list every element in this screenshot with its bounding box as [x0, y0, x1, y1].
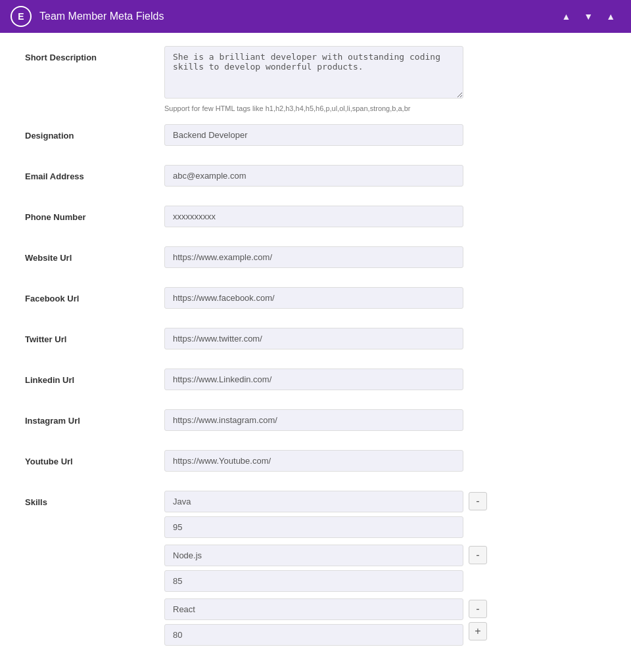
label-facebook-url: Facebook Url — [20, 287, 164, 303]
field-row-website-url: Website Url — [20, 246, 611, 275]
label-instagram-url: Instagram Url — [20, 409, 164, 426]
remove-skill-react-button[interactable]: - — [469, 600, 487, 618]
collapse-up-button[interactable]: ▲ — [556, 9, 576, 24]
short-description-hint: Support for few HTML tags like h1,h2,h3,… — [164, 104, 463, 112]
panel-content: Short Description She is a brilliant dev… — [0, 33, 631, 672]
add-skill-button[interactable]: + — [469, 622, 487, 640]
field-row-linkedin-url: Linkedin Url — [20, 369, 611, 397]
label-youtube-url: Youtube Url — [20, 450, 164, 466]
field-row-youtube-url: Youtube Url — [20, 450, 611, 479]
label-email-address: Email Address — [20, 165, 164, 181]
remove-skill-java-button[interactable]: - — [469, 492, 487, 510]
input-wrap-website-url — [164, 246, 611, 268]
input-wrap-twitter-url — [164, 328, 611, 349]
input-wrap-youtube-url — [164, 450, 611, 472]
youtube-url-input[interactable] — [164, 450, 463, 472]
input-wrap-email-address — [164, 165, 611, 187]
panel-header-left: E Team Member Meta Fields — [11, 6, 164, 27]
short-description-textarea[interactable]: She is a brilliant developer with outsta… — [164, 46, 463, 99]
input-wrap-facebook-url — [164, 287, 611, 309]
skill-row-nodejs: - — [164, 545, 611, 592]
field-row-email-address: Email Address — [20, 165, 611, 194]
input-wrap-instagram-url — [164, 409, 611, 431]
label-phone-number: Phone Number — [20, 206, 164, 222]
label-short-description: Short Description — [20, 46, 164, 62]
skill-row-react: - + — [164, 598, 611, 646]
panel: E Team Member Meta Fields ▲ ▼ ▲ Short De… — [0, 0, 631, 672]
input-wrap-designation — [164, 124, 611, 146]
phone-number-input[interactable] — [164, 206, 463, 227]
skill-fields-nodejs — [164, 545, 463, 592]
email-address-input[interactable] — [164, 165, 463, 187]
panel-title: Team Member Meta Fields — [39, 11, 164, 22]
designation-input[interactable] — [164, 124, 463, 146]
field-row-designation: Designation — [20, 124, 611, 153]
skill-row-java: - — [164, 491, 611, 538]
skill-name-java[interactable] — [164, 491, 463, 512]
instagram-url-input[interactable] — [164, 409, 463, 431]
input-wrap-short-description: She is a brilliant developer with outsta… — [164, 46, 611, 112]
field-row-facebook-url: Facebook Url — [20, 287, 611, 316]
panel-header: E Team Member Meta Fields ▲ ▼ ▲ — [0, 0, 631, 33]
field-row-skills: Skills - - — [20, 491, 611, 652]
skill-level-java[interactable] — [164, 516, 463, 538]
field-row-twitter-url: Twitter Url — [20, 328, 611, 357]
header-icon: E — [11, 6, 32, 27]
skill-fields-react — [164, 598, 463, 646]
remove-skill-nodejs-button[interactable]: - — [469, 546, 487, 564]
input-wrap-linkedin-url — [164, 369, 611, 390]
label-website-url: Website Url — [20, 246, 164, 263]
skill-name-nodejs[interactable] — [164, 545, 463, 566]
header-icon-label: E — [18, 11, 24, 22]
input-wrap-phone-number — [164, 206, 611, 227]
skill-level-nodejs[interactable] — [164, 570, 463, 592]
skill-level-react[interactable] — [164, 624, 463, 646]
header-controls: ▲ ▼ ▲ — [556, 9, 620, 24]
collapse-down-button[interactable]: ▼ — [578, 9, 598, 24]
skill-fields-java — [164, 491, 463, 538]
label-twitter-url: Twitter Url — [20, 328, 164, 344]
label-linkedin-url: Linkedin Url — [20, 369, 164, 385]
field-row-short-description: Short Description She is a brilliant dev… — [20, 46, 611, 112]
field-row-instagram-url: Instagram Url — [20, 409, 611, 438]
label-designation: Designation — [20, 124, 164, 141]
field-row-phone-number: Phone Number — [20, 206, 611, 235]
expand-button[interactable]: ▲ — [601, 9, 620, 24]
website-url-input[interactable] — [164, 246, 463, 268]
linkedin-url-input[interactable] — [164, 369, 463, 390]
label-skills: Skills — [20, 491, 164, 507]
facebook-url-input[interactable] — [164, 287, 463, 309]
skills-content: - - - — [164, 491, 611, 652]
twitter-url-input[interactable] — [164, 328, 463, 349]
skill-name-react[interactable] — [164, 598, 463, 620]
